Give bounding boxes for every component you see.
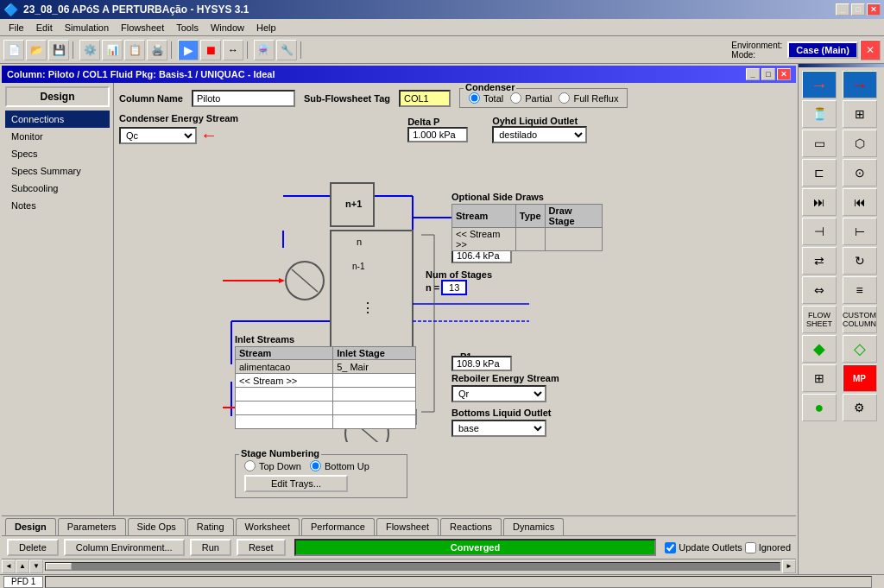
case-main-close[interactable]: ✕	[860, 40, 881, 60]
tb-new[interactable]: 📄	[3, 40, 24, 60]
num-stages-input[interactable]	[441, 280, 467, 295]
ignored-check[interactable]	[745, 542, 756, 553]
run-btn[interactable]: Run	[190, 539, 231, 556]
sidebar-item-notes[interactable]: Notes	[5, 197, 110, 214]
reboiler-energy-select[interactable]: Qr	[451, 385, 546, 402]
menu-window[interactable]: Window	[205, 22, 249, 34]
menu-flowsheet[interactable]: Flowsheet	[116, 22, 169, 34]
tool-flowsheet-btn[interactable]: FLOWSHEET	[802, 306, 837, 333]
p1-value[interactable]: 108.9 kPa	[451, 356, 512, 371]
tab-rating[interactable]: Rating	[187, 518, 234, 535]
tool-mp[interactable]: MP	[843, 364, 877, 392]
tool-diamond-2[interactable]: ◇	[843, 335, 877, 363]
tab-performance[interactable]: Performance	[301, 518, 375, 535]
tool-reactor[interactable]: ⬡	[843, 130, 877, 157]
tb-settings[interactable]: ⚙️	[79, 40, 100, 60]
menu-simulation[interactable]: Simulation	[60, 22, 114, 34]
tab-flowsheet[interactable]: Flowsheet	[376, 518, 439, 535]
radio-bottom-up[interactable]: Bottom Up	[310, 460, 369, 471]
case-main-btn[interactable]: Case (Main)	[787, 41, 858, 59]
tool-pump[interactable]: ⊙	[843, 159, 877, 187]
delta-p-top-value[interactable]: 1.000 kPa	[407, 127, 468, 142]
tool-arrow-red[interactable]: →	[843, 71, 877, 98]
col-name-input[interactable]	[192, 90, 295, 107]
update-outlets-check[interactable]	[665, 542, 676, 553]
status-scroll-track[interactable]	[45, 576, 872, 588]
menu-file[interactable]: File	[3, 22, 29, 34]
sidebar-item-specs-summary[interactable]: Specs Summary	[5, 162, 110, 180]
tab-reactions[interactable]: Reactions	[440, 518, 502, 535]
sidebar-item-monitor[interactable]: Monitor	[5, 128, 110, 145]
tb-run[interactable]: ▶	[178, 40, 199, 60]
edit-trays-btn[interactable]: Edit Trays...	[244, 475, 348, 492]
tool-arrow-right[interactable]: →	[802, 71, 837, 98]
tab-parameters[interactable]: Parameters	[58, 518, 126, 535]
tool-adjust[interactable]: ⇄	[802, 247, 837, 275]
tb-gear2[interactable]: 🔧	[276, 40, 297, 60]
side-draw-row[interactable]: << Stream >>	[452, 228, 603, 251]
pfd-tab[interactable]: PFD 1	[3, 576, 43, 588]
inlet-row-4[interactable]	[236, 415, 416, 429]
tool-column[interactable]: ▭	[802, 130, 837, 157]
sidebar-item-subcooling[interactable]: Subcooling	[5, 180, 110, 197]
tool-pipe[interactable]: ⊏	[802, 159, 837, 187]
scroll-left-btn[interactable]: ◄	[2, 560, 16, 573]
minimize-btn[interactable]: _	[836, 3, 849, 16]
inlet-row-0[interactable]: alimentacao 5_ Mair	[236, 360, 416, 374]
tool-set[interactable]: ⇔	[802, 276, 837, 304]
column-env-btn[interactable]: Column Environment...	[64, 539, 185, 556]
tab-dynamics[interactable]: Dynamics	[503, 518, 564, 535]
tool-case[interactable]: ≡	[843, 276, 877, 304]
cond-energy-select[interactable]: Qc	[119, 127, 197, 144]
tool-splitter[interactable]: ⊣	[802, 218, 837, 245]
tb-open[interactable]: 📂	[26, 40, 47, 60]
scroll-down-btn[interactable]: ▼	[29, 560, 43, 573]
tool-diamond-1[interactable]: ◆	[802, 335, 837, 363]
condenser-partial[interactable]: Partial	[510, 92, 552, 104]
col-win-maximize[interactable]: □	[761, 68, 775, 80]
tab-worksheet[interactable]: Worksheet	[236, 518, 300, 535]
reset-btn[interactable]: Reset	[237, 539, 286, 556]
menu-tools[interactable]: Tools	[171, 22, 204, 34]
col-win-close[interactable]: ✕	[777, 68, 791, 80]
tb-copy[interactable]: 📋	[124, 40, 145, 60]
scroll-up-btn[interactable]: ▲	[16, 560, 29, 573]
tool-exchanger[interactable]: ⊞	[843, 100, 877, 128]
tool-grid[interactable]: ⊞	[802, 364, 837, 392]
scroll-right-btn[interactable]: ►	[782, 560, 796, 573]
tb-flask[interactable]: ⚗️	[254, 40, 275, 60]
inlet-row-3[interactable]	[236, 401, 416, 415]
inlet-row-2[interactable]	[236, 388, 416, 401]
tool-mixer[interactable]: ⊢	[843, 218, 877, 245]
delete-btn[interactable]: Delete	[7, 539, 59, 556]
tab-design[interactable]: Design	[5, 518, 56, 535]
radio-top-down[interactable]: Top Down	[244, 460, 301, 471]
menu-help[interactable]: Help	[251, 22, 281, 34]
tb-save[interactable]: 💾	[48, 40, 69, 60]
col-win-minimize[interactable]: _	[746, 68, 760, 80]
scroll-thumb-h[interactable]	[46, 563, 72, 570]
menu-edit[interactable]: Edit	[31, 22, 58, 34]
condenser-full-reflux[interactable]: Full Reflux	[559, 92, 618, 104]
tab-side-ops[interactable]: Side Ops	[128, 518, 186, 535]
tool-gear3[interactable]: ⚙	[843, 394, 877, 421]
sidebar-item-connections[interactable]: Connections	[5, 111, 110, 128]
tb-print[interactable]: 🖨️	[147, 40, 167, 60]
sidebar-item-specs[interactable]: Specs	[5, 145, 110, 162]
tool-skip-back[interactable]: ⏮	[843, 188, 877, 216]
tool-vessel[interactable]: 🫙	[802, 100, 837, 128]
tool-recycle[interactable]: ↻	[843, 247, 877, 275]
tool-custom-col[interactable]: CUSTOMCOLUMN	[843, 306, 877, 333]
tool-green-circle[interactable]: ●	[802, 394, 837, 421]
tb-table[interactable]: 📊	[102, 40, 123, 60]
condenser-total[interactable]: Total	[469, 92, 503, 104]
bottoms-select[interactable]: base	[451, 420, 546, 437]
inlet-row-1[interactable]: << Stream >>	[236, 374, 416, 388]
tb-arrows[interactable]: ↔️	[223, 40, 243, 60]
sub-fs-input[interactable]	[399, 90, 451, 107]
oyhd-select[interactable]: destilado	[492, 126, 587, 143]
maximize-btn[interactable]: □	[851, 3, 865, 16]
tb-stop[interactable]: ⏹	[200, 40, 221, 60]
tool-skip-fwd[interactable]: ⏭	[802, 188, 837, 216]
scroll-track-h[interactable]	[45, 562, 780, 571]
